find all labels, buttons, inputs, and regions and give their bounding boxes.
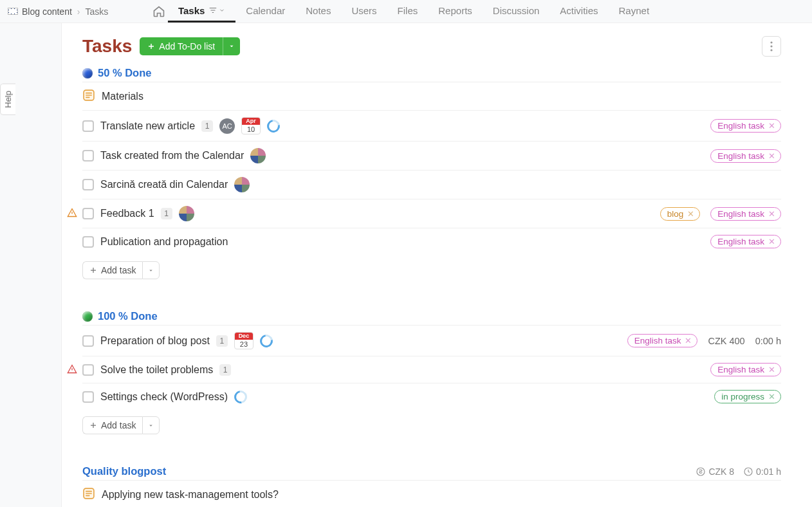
task-checkbox[interactable]: [82, 335, 94, 347]
comment-count-badge: 1: [201, 120, 213, 132]
task-time: 0:00 h: [755, 336, 781, 346]
due-date-chip[interactable]: Dec23: [234, 332, 254, 349]
nav-tasks[interactable]: Tasks: [168, 0, 235, 23]
tag-label: English task: [717, 121, 764, 131]
section-header[interactable]: 100 % Done: [82, 306, 781, 325]
tag[interactable]: English task✕: [710, 235, 781, 248]
nav-files[interactable]: Files: [387, 0, 429, 23]
add-todo-list-button[interactable]: Add To-Do list: [140, 37, 223, 55]
tag[interactable]: English task✕: [710, 149, 781, 163]
tag-remove-icon[interactable]: ✕: [768, 237, 775, 246]
task-checkbox[interactable]: [82, 236, 94, 248]
tag[interactable]: English task✕: [710, 119, 781, 133]
section-header[interactable]: Quality blogpost CZK 8 0:01 h: [82, 461, 781, 480]
avatar[interactable]: [179, 206, 194, 221]
progress-ring-icon: [264, 117, 282, 135]
task-name: Publication and propagation: [100, 236, 228, 248]
task-row[interactable]: Preparation of blog post 1Dec23 English …: [82, 325, 781, 356]
svg-point-0: [770, 41, 772, 43]
page-menu-button[interactable]: [762, 36, 781, 57]
svg-point-2: [770, 49, 772, 51]
section: Quality blogpost CZK 8 0:01 h Applying n…: [82, 461, 781, 507]
task-checkbox[interactable]: [82, 391, 94, 403]
help-tab[interactable]: Help: [0, 84, 15, 115]
tag-remove-icon[interactable]: ✕: [768, 121, 775, 131]
tag[interactable]: blog✕: [660, 207, 701, 221]
task-row[interactable]: Task created from the Calendar English t…: [82, 141, 781, 170]
tag[interactable]: English task✕: [710, 207, 781, 221]
cost-icon: CZK 8: [696, 466, 734, 477]
task-row[interactable]: Settings check (WordPress) in progress✕: [82, 383, 781, 410]
time-icon: 0:01 h: [743, 466, 781, 477]
tag-remove-icon[interactable]: ✕: [768, 209, 775, 219]
task-row[interactable]: Feedback 1 1 blog✕English task✕: [82, 199, 781, 228]
nav-label: Reports: [438, 5, 472, 16]
add-todo-list-label: Add To-Do list: [159, 41, 215, 51]
nav-activities[interactable]: Activities: [549, 0, 608, 23]
task-checkbox[interactable]: [82, 120, 94, 132]
task-name: Feedback 1: [100, 208, 154, 219]
tag-remove-icon[interactable]: ✕: [768, 151, 775, 161]
due-date-chip[interactable]: Apr10: [241, 117, 261, 134]
warning-icon: [67, 208, 77, 220]
breadcrumb-project[interactable]: Blog content: [8, 6, 72, 17]
task-name: Task created from the Calendar: [100, 150, 244, 161]
add-task-row: Add task: [82, 255, 781, 282]
add-todo-list-dropdown[interactable]: [223, 37, 240, 55]
add-task-button[interactable]: Add task: [82, 416, 142, 434]
task-name: Translate new article: [100, 120, 195, 132]
task-name: Preparation of blog post: [100, 335, 210, 347]
home-icon[interactable]: [152, 5, 165, 18]
add-task-dropdown[interactable]: [142, 416, 160, 434]
comment-count-badge: 1: [216, 335, 228, 347]
page: Tasks Add To-Do list 50 % Done: [61, 23, 812, 507]
task-checkbox[interactable]: [82, 179, 94, 190]
tag-label: English task: [717, 365, 764, 374]
tag-label: English task: [717, 209, 764, 219]
avatar[interactable]: [250, 148, 266, 163]
nav-discussion[interactable]: Discussion: [483, 0, 550, 23]
tag[interactable]: English task✕: [710, 363, 781, 376]
task-row[interactable]: Applying new task-management tools?: [82, 480, 781, 507]
avatar[interactable]: AC: [219, 118, 235, 134]
section-header[interactable]: 50 % Done: [82, 63, 781, 82]
avatar[interactable]: [234, 177, 250, 192]
add-task-label: Add task: [101, 420, 136, 430]
page-title-row: Tasks Add To-Do list: [82, 36, 240, 57]
add-task-button[interactable]: Add task: [82, 261, 142, 279]
section-meta: CZK 8 0:01 h: [696, 466, 781, 477]
task-name: Applying new task-management tools?: [102, 489, 279, 501]
tag-remove-icon[interactable]: ✕: [768, 365, 775, 374]
progress-ring-icon: [232, 388, 250, 406]
nav-label: Raynet: [619, 5, 650, 16]
breadcrumb-page[interactable]: Tasks: [86, 6, 109, 17]
filter-icon[interactable]: [207, 6, 225, 15]
task-row[interactable]: Materials: [82, 82, 781, 110]
task-row[interactable]: Publication and propagation English task…: [82, 228, 781, 255]
task-name: Sarcină creată din Calendar: [100, 179, 228, 190]
tag[interactable]: in progress✕: [714, 390, 781, 403]
add-task-dropdown[interactable]: [142, 261, 160, 279]
task-checkbox[interactable]: [82, 150, 94, 161]
nav-reports[interactable]: Reports: [428, 0, 483, 23]
warning-icon: [67, 364, 77, 376]
nav-notes[interactable]: Notes: [295, 0, 341, 23]
nav-users[interactable]: Users: [341, 0, 387, 23]
tag-remove-icon[interactable]: ✕: [685, 336, 692, 346]
tag-label: English task: [634, 336, 681, 346]
task-row[interactable]: Translate new article 1ACApr10 English t…: [82, 110, 781, 141]
nav-calendar[interactable]: Calendar: [235, 0, 295, 23]
status-dot-icon: [82, 68, 93, 78]
main-nav: Tasks Calendar Notes Users Files Reports…: [152, 0, 660, 23]
tag[interactable]: English task✕: [627, 334, 698, 347]
note-icon: [82, 89, 95, 104]
tag-remove-icon[interactable]: ✕: [768, 392, 775, 401]
task-name: Materials: [102, 91, 143, 102]
task-checkbox[interactable]: [82, 364, 94, 376]
task-checkbox[interactable]: [82, 208, 94, 219]
nav-raynet[interactable]: Raynet: [609, 0, 660, 23]
task-row[interactable]: Sarcină creată din Calendar: [82, 170, 781, 199]
nav-label: Notes: [306, 5, 331, 16]
task-row[interactable]: Solve the toilet problems 1 English task…: [82, 356, 781, 383]
tag-remove-icon[interactable]: ✕: [687, 209, 694, 219]
